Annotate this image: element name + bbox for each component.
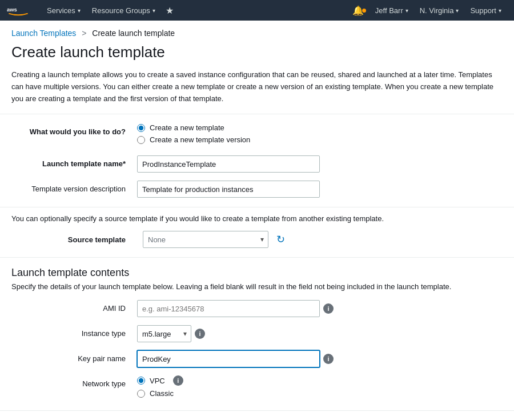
instance-type-select-wrapper: m5.large t2.micro t3.medium ▾: [137, 325, 191, 342]
template-version-input[interactable]: [137, 181, 320, 198]
source-hint: You can optionally specify a source temp…: [11, 214, 503, 223]
key-pair-info-icon[interactable]: i: [323, 354, 334, 364]
user-menu[interactable]: Jeff Barr ▾: [370, 0, 414, 21]
aws-logo[interactable]: aws: [7, 2, 30, 18]
what-options: Create a new template Create a new templ…: [137, 123, 503, 147]
source-template-select-wrapper: None ▾: [143, 231, 268, 248]
instance-type-select[interactable]: m5.large t2.micro t3.medium: [137, 325, 191, 342]
form-row-key-pair: Key pair name i: [11, 350, 503, 367]
radio-classic-label: Classic: [150, 389, 174, 398]
network-type-label: Network type: [11, 375, 137, 389]
page-wrapper: Launch Templates > Create launch templat…: [0, 21, 514, 420]
form-row-network-type: Network type VPC i Classic: [11, 375, 503, 401]
resource-groups-chevron-icon: ▾: [152, 7, 155, 14]
key-pair-label: Key pair name: [11, 350, 137, 364]
ami-info-icon[interactable]: i: [323, 303, 334, 314]
favorites-icon[interactable]: ★: [161, 5, 178, 16]
support-menu[interactable]: Support ▾: [464, 0, 507, 21]
source-row: Source template None ▾ ↻: [11, 231, 503, 248]
radio-vpc-label: VPC: [150, 377, 165, 385]
key-pair-input[interactable]: [137, 350, 320, 367]
key-pair-control: i: [137, 350, 503, 367]
radio-new-version-label: Create a new template version: [150, 135, 250, 144]
template-name-control: [137, 155, 503, 173]
form-row-what: What would you like to do? Create a new …: [11, 123, 503, 147]
section-title: Launch template contents: [11, 267, 503, 279]
region-chevron-icon: ▾: [456, 7, 459, 14]
breadcrumb-current: Create launch template: [92, 29, 175, 38]
radio-classic-input[interactable]: [137, 390, 145, 398]
resource-groups-nav[interactable]: Resource Groups ▾: [86, 0, 161, 21]
form-section-basic: What would you like to do? Create a new …: [0, 114, 514, 207]
support-chevron-icon: ▾: [499, 7, 501, 14]
radio-vpc-option[interactable]: VPC i: [137, 375, 503, 386]
radio-new-version-input[interactable]: [137, 136, 145, 144]
instance-type-control: m5.large t2.micro t3.medium ▾ i: [137, 325, 503, 342]
nav-right: 🔔 Jeff Barr ▾ N. Virginia ▾ Support ▾: [347, 0, 507, 21]
radio-new-template-option[interactable]: Create a new template: [137, 123, 503, 132]
user-chevron-icon: ▾: [405, 7, 408, 14]
ami-id-input[interactable]: [137, 300, 320, 317]
breadcrumb-separator: >: [82, 29, 86, 38]
svg-text:aws: aws: [7, 7, 17, 13]
refresh-source-button[interactable]: ↻: [274, 232, 287, 247]
network-type-info-icon[interactable]: i: [173, 375, 183, 386]
page-title: Create launch template: [0, 41, 514, 69]
radio-new-template-input[interactable]: [137, 124, 145, 132]
radio-new-template-label: Create a new template: [150, 123, 224, 132]
source-template-label: Source template: [11, 235, 137, 244]
page-description: Creating a launch template allows you to…: [0, 69, 514, 114]
launch-template-contents-section: Launch template contents Specify the det…: [0, 258, 514, 411]
instance-type-info-icon[interactable]: i: [195, 329, 205, 339]
network-type-control: VPC i Classic: [137, 375, 503, 401]
radio-new-version-option[interactable]: Create a new template version: [137, 135, 503, 144]
notification-dot: [362, 9, 366, 13]
version-desc-control: [137, 181, 503, 198]
breadcrumb: Launch Templates > Create launch templat…: [0, 21, 514, 41]
ami-id-label: AMI ID: [11, 300, 137, 314]
ami-id-control: i: [137, 300, 503, 317]
radio-classic-option[interactable]: Classic: [137, 389, 503, 398]
source-template-section: You can optionally specify a source temp…: [0, 207, 514, 258]
region-menu[interactable]: N. Virginia ▾: [414, 0, 465, 21]
section-hint: Specify the details of your launch templ…: [11, 282, 503, 291]
source-template-select[interactable]: None: [143, 231, 268, 248]
form-row-name: Launch template name*: [11, 155, 503, 173]
form-row-version-desc: Template version description: [11, 181, 503, 198]
template-name-label: Launch template name*: [11, 155, 137, 169]
instance-type-label: Instance type: [11, 325, 137, 339]
form-row-instance-type: Instance type m5.large t2.micro t3.mediu…: [11, 325, 503, 342]
services-nav[interactable]: Services ▾: [41, 0, 86, 21]
what-label: What would you like to do?: [11, 123, 137, 137]
navbar: aws Services ▾ Resource Groups ▾ ★ 🔔 Jef…: [0, 0, 514, 21]
form-row-ami: AMI ID i: [11, 300, 503, 317]
services-chevron-icon: ▾: [78, 7, 81, 14]
template-name-input[interactable]: [137, 155, 320, 173]
breadcrumb-parent-link[interactable]: Launch Templates: [11, 29, 76, 38]
version-desc-label: Template version description: [11, 181, 137, 194]
notifications-icon[interactable]: 🔔: [347, 5, 370, 16]
radio-vpc-input[interactable]: [137, 377, 145, 385]
